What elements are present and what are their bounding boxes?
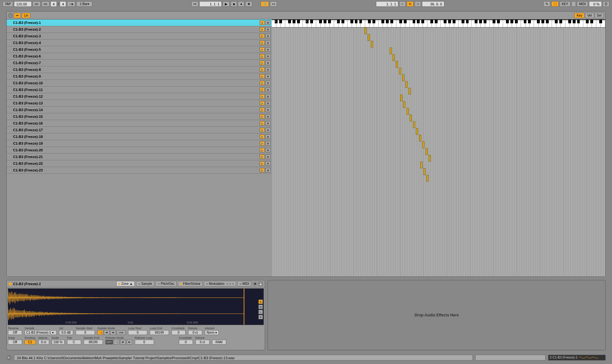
speaker-button[interactable]: 🔊 [260, 61, 265, 65]
crossfade2-value[interactable]: 0 [179, 340, 193, 345]
loop-button[interactable]: ↻ [407, 1, 414, 7]
waveform-display[interactable]: B M L R 0:00:500 0:01 0:01:500 [8, 288, 264, 325]
speaker-button[interactable]: 🔊 [260, 121, 265, 125]
zone-marker[interactable] [422, 141, 425, 148]
solo-button[interactable]: S [265, 161, 271, 166]
zone-marker[interactable] [405, 81, 408, 88]
automation-arm-button[interactable]: 🔗 [261, 1, 269, 7]
solo-button[interactable]: S [265, 61, 271, 65]
audio-effects-drop-area[interactable]: Drop Audio Effects Here [268, 280, 606, 350]
sample-row[interactable]: C1-B3 (Freeze)-18 🔊 S [7, 133, 272, 140]
play-sample-button[interactable]: ↦ [14, 13, 21, 18]
solo-button[interactable]: S [265, 81, 271, 85]
scale-value[interactable]: 100 % [52, 340, 65, 345]
speaker-button[interactable]: 🔊 [260, 47, 265, 52]
detune2-value[interactable]: 0 ct [38, 340, 49, 345]
follow-button[interactable]: ↦ [191, 1, 198, 7]
solo-button[interactable]: S [265, 121, 271, 125]
solo-button[interactable]: S [265, 67, 271, 72]
tab-sample[interactable]: Sample [136, 281, 154, 286]
keyboard-button[interactable]: ⬚ [551, 1, 559, 7]
lin-button[interactable]: Lin [22, 13, 30, 18]
midi-map-button[interactable]: MIDI [577, 1, 588, 7]
zone-marker[interactable] [409, 88, 411, 95]
vol-value[interactable]: 0.0 dB [59, 330, 73, 335]
link-button[interactable]: Link [117, 330, 126, 335]
back-to-arrangement-button[interactable]: ↤ [270, 1, 277, 7]
zone-marker[interactable] [390, 48, 392, 54]
record-button[interactable]: ● [238, 1, 244, 7]
play-button[interactable]: ▶ [223, 1, 230, 7]
solo-button[interactable]: S [265, 134, 271, 139]
speaker-button[interactable]: 🔊 [260, 108, 265, 112]
wave-m-button[interactable]: M [258, 305, 263, 309]
sample-row[interactable]: C1-B3 (Freeze)-23 🔊 S [7, 167, 272, 174]
tempo-field[interactable]: 120.00 [14, 1, 32, 7]
device-on-icon[interactable] [9, 282, 12, 285]
sample-row[interactable]: C1-B3 (Freeze)-17 🔊 S [7, 127, 272, 133]
clip-thumbnail[interactable]: 2-C1-B3 (Freeze)-1 [548, 355, 606, 360]
zone-marker[interactable] [400, 95, 402, 101]
sample-row[interactable]: C1-B3 (Freeze)-1 🔊 S [7, 19, 272, 26]
solo-button[interactable]: S [265, 168, 271, 172]
speaker-button[interactable]: 🔊 [260, 27, 265, 32]
solo-button[interactable]: S [265, 47, 271, 52]
zone-marker[interactable] [429, 155, 431, 162]
solo-button[interactable]: S [265, 20, 271, 25]
wave-b-button[interactable]: B [258, 300, 263, 304]
sample-row[interactable]: C1-B3 (Freeze)-4 🔊 S [7, 40, 272, 46]
speaker-button[interactable]: 🔊 [260, 168, 265, 172]
speaker-button[interactable]: 🔊 [260, 101, 265, 105]
solo-button[interactable]: S [265, 108, 271, 112]
sample-row[interactable]: C1-B3 (Freeze)-19 🔊 S [7, 140, 272, 147]
detune3-value[interactable]: 0 ct [195, 340, 210, 345]
stop-button[interactable]: ■ [231, 1, 237, 7]
disk-overload-button[interactable]: D [603, 1, 609, 7]
sample-end-value[interactable]: 88199 [84, 340, 103, 345]
solo-button[interactable]: S [265, 101, 271, 105]
speaker-button[interactable]: 🔊 [260, 87, 265, 92]
reverse-value[interactable]: Off [8, 330, 22, 335]
interpol-value[interactable]: Norm ▾ [205, 330, 219, 335]
sel-zone-button[interactable]: Sel [595, 13, 604, 18]
sample-row[interactable]: C1-B3 (Freeze)-2 🔊 S [7, 26, 272, 33]
sustain-mode-2[interactable]: ⇄ [104, 330, 110, 335]
zone-marker[interactable] [425, 148, 428, 155]
sample-row[interactable]: C1-B3 (Freeze)-11 🔊 S [7, 87, 272, 93]
hotswap-icon[interactable]: ◉ [253, 282, 257, 286]
sample-row[interactable]: C1-B3 (Freeze)-7 🔊 S [7, 60, 272, 66]
speaker-button[interactable]: 🔊 [260, 148, 265, 152]
overdub-button[interactable]: ✚ [245, 1, 252, 7]
draw-mode-button[interactable]: ✎ [543, 1, 550, 7]
zone-marker[interactable] [399, 68, 401, 74]
speaker-button[interactable]: 🔊 [260, 155, 265, 159]
wave-l-button[interactable]: L [258, 310, 263, 314]
sample-row[interactable]: C1-B3 (Freeze)-12 🔊 S [7, 93, 272, 100]
solo-button[interactable]: S [265, 27, 271, 32]
solo-button[interactable]: S [265, 34, 271, 38]
sample-row[interactable]: C1-B3 (Freeze)-22 🔊 S [7, 160, 272, 167]
nudge-down-button[interactable]: ıııı [33, 1, 41, 7]
speaker-button[interactable]: 🔊 [260, 54, 265, 58]
solo-button[interactable]: S [265, 155, 271, 159]
zone-marker[interactable] [407, 108, 409, 115]
sustain-mode-3[interactable]: ⇆ [110, 330, 116, 335]
zone-marker[interactable] [368, 34, 370, 41]
sample-row[interactable]: C1-B3 (Freeze)-13 🔊 S [7, 100, 272, 107]
vel-zone-button[interactable]: Vel [585, 13, 594, 18]
zone-grid[interactable] [272, 27, 605, 277]
zone-marker[interactable] [413, 121, 415, 128]
solo-button[interactable]: S [265, 94, 271, 99]
zone-marker[interactable] [426, 175, 429, 182]
quantize-menu[interactable]: 1 Bar ▾ [76, 1, 92, 7]
zone-marker[interactable] [371, 41, 373, 48]
sample-list[interactable]: C1-B3 (Freeze)-1 🔊 S C1-B3 (Freeze)-2 🔊 … [7, 19, 272, 277]
sample-row[interactable]: C1-B3 (Freeze)-5 🔊 S [7, 46, 272, 53]
metronome-button[interactable]: ○● [67, 1, 75, 7]
crossfade-value[interactable]: 0 [172, 330, 186, 335]
zone-marker[interactable] [423, 168, 425, 175]
solo-button[interactable]: S [265, 141, 271, 146]
solo-button[interactable]: S [265, 128, 271, 132]
tab-modulation[interactable]: Modulation [204, 281, 236, 286]
sample-row[interactable]: C1-B3 (Freeze)-8 🔊 S [7, 66, 272, 73]
